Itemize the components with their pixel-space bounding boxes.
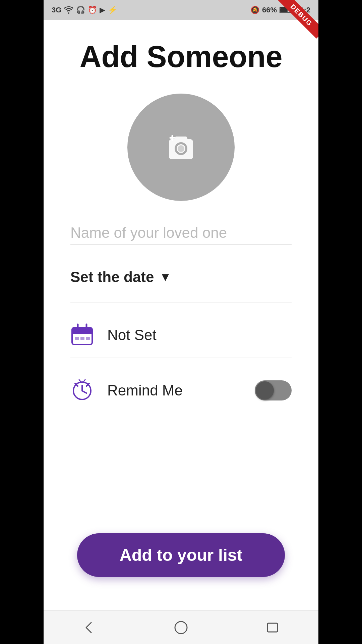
alarm-icon [70,378,94,403]
alarm-clock-icon: ⏰ [88,6,97,14]
name-input[interactable] [70,221,292,245]
add-button-label: Add to your list [120,545,243,565]
svg-line-20 [79,380,80,381]
svg-rect-1 [291,9,292,11]
date-row: Not Set [70,316,292,354]
remind-me-label: Remind Me [107,382,183,399]
battery-icon [280,6,293,14]
divider-1 [70,302,292,303]
recents-button[interactable] [261,616,284,639]
svg-point-22 [175,622,187,634]
svg-rect-12 [75,337,79,340]
status-left: 3G 🎧 ⏰ ▶ ⚡ [52,6,117,14]
status-right: 🔕 66% 21:2 [250,6,310,14]
page-title: Add Someone [79,40,282,73]
set-date-dropdown[interactable]: Set the date ▼ [70,265,292,289]
svg-rect-14 [86,337,90,340]
home-button[interactable] [169,616,193,639]
status-bar: 3G 🎧 ⏰ ▶ ⚡ 🔕 66% 21:2 [44,0,318,20]
svg-rect-13 [80,337,84,340]
headphone-icon: 🎧 [76,6,85,14]
chevron-down-icon: ▼ [159,270,171,284]
svg-point-4 [178,145,184,152]
remind-me-row: Remind Me [70,371,292,410]
svg-rect-23 [267,623,278,632]
wifi-icon [64,6,73,14]
svg-line-21 [84,380,85,381]
usb-icon: ⚡ [108,6,117,14]
toggle-thumb [256,381,274,399]
camera-plus-icon [164,134,198,161]
back-button[interactable] [78,616,101,639]
remind-me-toggle[interactable] [255,380,292,400]
calendar-icon [70,323,94,347]
youtube-icon: ▶ [100,6,105,14]
avatar-photo-picker[interactable] [127,94,235,201]
date-not-set-label: Not Set [107,327,157,343]
signal-icon: 3G [52,6,61,14]
add-to-list-button[interactable]: Add to your list [77,533,285,577]
battery-level: 66% [262,6,277,14]
set-date-label: Set the date [70,269,154,285]
svg-rect-9 [72,332,92,334]
name-input-container [70,221,292,245]
svg-rect-2 [280,8,288,12]
main-content: Add Someone Set the date [44,20,318,610]
toggle-track [255,380,292,400]
svg-line-17 [82,391,86,393]
time-display: 21:2 [296,6,310,14]
divider-2 [70,358,292,358]
bottom-nav-bar [44,610,318,644]
mute-icon: 🔕 [250,6,259,14]
